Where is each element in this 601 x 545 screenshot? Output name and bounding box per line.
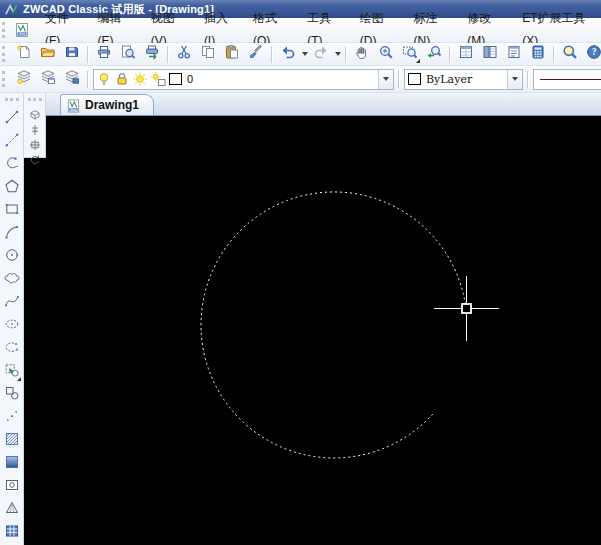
- toolbar-grip[interactable]: [2, 46, 8, 62]
- zoom-realtime-button[interactable]: [375, 44, 398, 65]
- line-tool-button[interactable]: [0, 107, 23, 130]
- revision-cloud-tool-button[interactable]: [0, 268, 23, 291]
- layer-color-swatch[interactable]: [169, 73, 182, 85]
- undo-icon: [280, 44, 296, 64]
- linetype-combo[interactable]: ByLayer: [533, 69, 601, 90]
- paste-button[interactable]: [221, 44, 244, 65]
- make-block-tool-button[interactable]: [0, 383, 23, 406]
- mini-toolbar: [23, 93, 46, 158]
- zoom-window-button[interactable]: [399, 44, 422, 65]
- cut-button[interactable]: [173, 44, 196, 65]
- layer-on-icon[interactable]: [96, 71, 112, 87]
- separator: [345, 46, 347, 63]
- design-center-button[interactable]: [479, 44, 502, 65]
- point-tool-button[interactable]: [0, 406, 23, 429]
- snap-box-icon: [28, 138, 41, 151]
- table-icon: [4, 523, 20, 543]
- properties-palette-button[interactable]: [455, 44, 478, 65]
- pan-button[interactable]: [351, 44, 374, 65]
- print-icon: [96, 44, 112, 64]
- polygon-tool-button[interactable]: [0, 176, 23, 199]
- layer-vp-freeze-icon[interactable]: [150, 71, 166, 87]
- find-button[interactable]: [559, 44, 582, 65]
- color-combo[interactable]: ByLayer: [404, 69, 523, 90]
- eplot-icon: [144, 44, 160, 64]
- color-combo-arrow[interactable]: [507, 70, 522, 89]
- redo-button[interactable]: [310, 44, 333, 65]
- redo-dropdown-arrow[interactable]: [333, 45, 342, 64]
- zoom-previous-button[interactable]: [423, 44, 446, 65]
- table-tool-button[interactable]: [0, 521, 23, 544]
- help-button[interactable]: ?: [583, 44, 601, 65]
- print-button[interactable]: [93, 44, 116, 65]
- polyline-tool-button[interactable]: [0, 153, 23, 176]
- tool-palettes-button[interactable]: [503, 44, 526, 65]
- paste-icon: [224, 44, 240, 64]
- insert-block-tool-button[interactable]: [0, 360, 23, 383]
- layer-combo-arrow[interactable]: [378, 70, 393, 89]
- polyline-icon: [4, 155, 20, 175]
- dwg-file-icon: dwg: [14, 22, 30, 39]
- layers-toolbar-grip[interactable]: [2, 71, 8, 87]
- rectangle-tool-button[interactable]: [0, 199, 23, 222]
- new-button[interactable]: [13, 44, 36, 65]
- layer-properties-button[interactable]: [13, 69, 36, 90]
- flyout-corner-icon: [17, 377, 21, 381]
- redo-icon: [313, 44, 329, 64]
- copy-button[interactable]: [197, 44, 220, 65]
- draw-toolbar-grip[interactable]: [5, 98, 19, 104]
- undo-dropdown-arrow[interactable]: [300, 45, 309, 64]
- ellipse-arc-tool-button[interactable]: [0, 337, 23, 360]
- chevron-down-icon: [302, 52, 308, 56]
- svg-text:dwg: dwg: [19, 32, 25, 36]
- current-color-swatch: [408, 73, 421, 85]
- layer-properties-icon: [16, 69, 32, 89]
- eplot-button[interactable]: [141, 44, 164, 65]
- separator: [527, 71, 529, 88]
- print-preview-button[interactable]: [117, 44, 140, 65]
- rotate-icon: [28, 153, 41, 166]
- properties-palette-icon: [458, 44, 474, 64]
- layer-combo[interactable]: 0: [93, 69, 394, 90]
- snap-aperture-marker: [462, 304, 471, 313]
- snap-box-button[interactable]: [24, 137, 45, 152]
- layer-lock-icon[interactable]: [114, 71, 130, 87]
- arc-tool-button[interactable]: [0, 222, 23, 245]
- current-color-value: ByLayer: [426, 73, 472, 86]
- chevron-down-icon: [383, 77, 389, 81]
- current-layer-name: 0: [187, 73, 193, 85]
- arc-icon: [4, 224, 20, 244]
- drawing-canvas[interactable]: [24, 116, 601, 545]
- cut-icon: [176, 44, 192, 64]
- quick-calc-button[interactable]: [527, 44, 550, 65]
- make-block-icon: [4, 385, 20, 405]
- hatch-tool-button[interactable]: [0, 429, 23, 452]
- document-tab-bar: dwg Drawing1: [24, 93, 601, 116]
- open-button[interactable]: [37, 44, 60, 65]
- region-tool-button[interactable]: [0, 475, 23, 498]
- snap-from-button[interactable]: [24, 122, 45, 137]
- app-window: ZWCAD Classic 试用版 - [Drawing1] dwg 文件(F)…: [0, 0, 601, 545]
- wipeout-tool-button[interactable]: [0, 498, 23, 521]
- construction-line-tool-button[interactable]: [0, 130, 23, 153]
- tab-drawing1[interactable]: dwg Drawing1: [60, 94, 154, 115]
- mini-toolbar-grip[interactable]: [28, 98, 42, 104]
- spline-tool-button[interactable]: [0, 291, 23, 314]
- point-icon: [4, 408, 20, 428]
- gradient-tool-button[interactable]: [0, 452, 23, 475]
- layer-freeze-icon[interactable]: [132, 71, 148, 87]
- ellipse-tool-button[interactable]: [0, 314, 23, 337]
- circle-tool-button[interactable]: [0, 245, 23, 268]
- undo-button[interactable]: [277, 44, 300, 65]
- chevron-down-icon: [335, 52, 341, 56]
- match-properties-button[interactable]: [245, 44, 268, 65]
- separator: [449, 46, 451, 63]
- save-button[interactable]: [61, 44, 84, 65]
- wire-mesh-button[interactable]: [24, 107, 45, 122]
- layers-properties-toolbar: 0 ByLayer ByLayer: [0, 66, 601, 93]
- layer-states-button[interactable]: [37, 69, 60, 90]
- layer-translate-button[interactable]: [61, 69, 84, 90]
- rotate-button[interactable]: [24, 152, 45, 167]
- menubar-grip[interactable]: [2, 22, 8, 38]
- document-area: dwg Drawing1: [24, 93, 601, 545]
